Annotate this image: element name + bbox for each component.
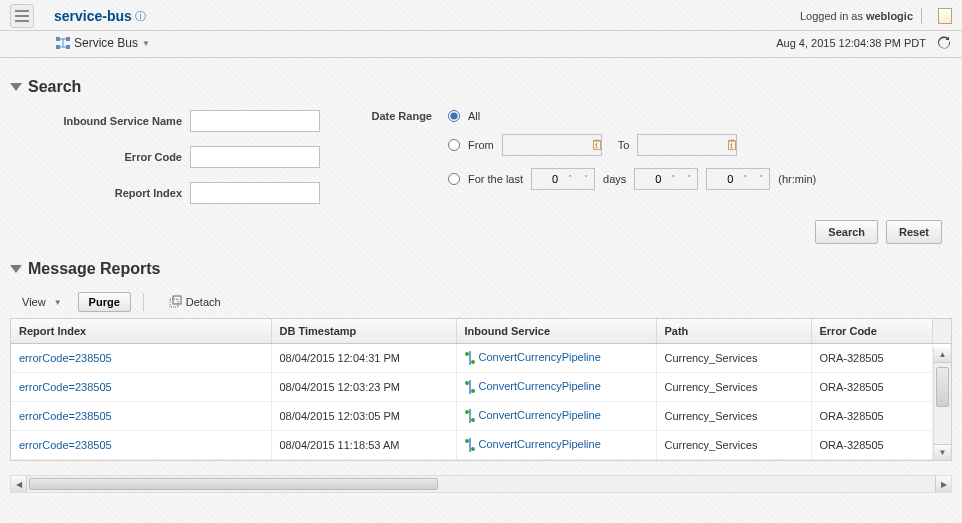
cell-error-code: ORA-328505 [811, 344, 933, 373]
pipeline-icon [465, 351, 475, 365]
table-row[interactable]: errorCode=23850508/04/2015 12:04:31 PMCo… [11, 344, 951, 373]
refresh-icon[interactable] [936, 35, 952, 51]
table-row[interactable]: errorCode=23850508/04/2015 12:03:23 PMCo… [11, 373, 951, 402]
chevron-down-icon[interactable]: ˅ [578, 174, 594, 184]
chevron-down-icon[interactable]: ˅ [753, 174, 769, 184]
table-row[interactable]: errorCode=23850508/04/2015 12:03:05 PMCo… [11, 402, 951, 431]
cell-path: Currency_Services [656, 431, 811, 460]
col-spacer [933, 319, 951, 344]
col-db-timestamp[interactable]: DB Timestamp [271, 319, 456, 344]
document-icon[interactable] [938, 8, 952, 24]
chevron-up-icon[interactable]: ˄ [737, 174, 753, 184]
scroll-up-icon[interactable]: ▲ [934, 347, 951, 363]
cell-db-timestamp: 08/04/2015 12:03:23 PM [271, 373, 456, 402]
scroll-down-icon[interactable]: ▼ [934, 444, 951, 460]
logged-in-label: Logged in as [800, 10, 863, 22]
svg-point-9 [465, 352, 469, 356]
scroll-left-icon[interactable]: ◀ [11, 476, 27, 492]
breadcrumb[interactable]: Service Bus [74, 36, 138, 50]
inbound-service-name-input[interactable] [190, 110, 320, 132]
col-error-code[interactable]: Error Code [811, 319, 933, 344]
label-error-code: Error Code [40, 151, 190, 163]
report-index-link[interactable]: errorCode=238505 [19, 410, 112, 422]
label-hrmin: (hr:min) [778, 173, 816, 185]
days-input[interactable] [532, 173, 562, 185]
cell-path: Currency_Services [656, 402, 811, 431]
col-path[interactable]: Path [656, 319, 811, 344]
svg-point-17 [471, 418, 475, 422]
reports-table-container: Report Index DB Timestamp Inbound Servic… [10, 318, 952, 461]
search-button[interactable]: Search [815, 220, 878, 244]
collapse-icon[interactable] [10, 83, 22, 91]
min-input[interactable] [707, 173, 737, 185]
radio-for-the-last[interactable] [448, 173, 460, 185]
pipeline-icon [465, 409, 475, 423]
inbound-service-link[interactable]: ConvertCurrencyPipeline [479, 380, 601, 392]
svg-point-11 [471, 360, 475, 364]
reports-title: Message Reports [28, 260, 161, 278]
scrollbar-thumb[interactable] [936, 367, 949, 407]
search-form: Inbound Service Name Error Code Report I… [10, 104, 952, 214]
horizontal-scrollbar[interactable]: ◀ ▶ [10, 475, 952, 493]
search-button-row: Search Reset [10, 214, 952, 250]
svg-rect-13 [469, 380, 471, 394]
inbound-service-link[interactable]: ConvertCurrencyPipeline [479, 351, 601, 363]
breadcrumb-bar: Service Bus ▼ Aug 4, 2015 12:04:38 PM PD… [0, 30, 962, 58]
chevron-down-icon: ▼ [54, 298, 62, 307]
svg-rect-8 [173, 296, 181, 304]
detach-button[interactable]: Detach [168, 295, 221, 309]
detach-icon [168, 295, 182, 309]
svg-rect-10 [469, 351, 471, 365]
label-all: All [468, 110, 480, 122]
chevron-up-icon[interactable]: ˄ [665, 174, 681, 184]
vertical-scrollbar[interactable]: ▲ ▼ [933, 347, 951, 460]
radio-from[interactable] [448, 139, 460, 151]
label-days: days [603, 173, 626, 185]
col-inbound-service[interactable]: Inbound Service [456, 319, 656, 344]
svg-rect-16 [469, 409, 471, 423]
reports-table: Report Index DB Timestamp Inbound Servic… [11, 319, 951, 460]
scrollbar-thumb[interactable] [29, 478, 438, 490]
radio-all[interactable] [448, 110, 460, 122]
svg-point-20 [471, 447, 475, 451]
chevron-down-icon[interactable]: ˅ [681, 174, 697, 184]
svg-rect-7 [170, 299, 178, 307]
report-index-link[interactable]: errorCode=238505 [19, 381, 112, 393]
divider [143, 293, 144, 311]
collapse-icon[interactable] [10, 265, 22, 273]
cell-db-timestamp: 08/04/2015 12:03:05 PM [271, 402, 456, 431]
service-bus-icon [56, 37, 70, 49]
detach-label: Detach [186, 296, 221, 308]
page-title: service-bus [54, 8, 132, 24]
info-icon[interactable]: ⓘ [135, 9, 146, 24]
col-report-index[interactable]: Report Index [11, 319, 271, 344]
report-index-link[interactable]: errorCode=238505 [19, 439, 112, 451]
view-menu[interactable]: View ▼ [14, 293, 70, 311]
svg-point-18 [465, 439, 469, 443]
error-code-input[interactable] [190, 146, 320, 168]
cell-path: Currency_Services [656, 373, 811, 402]
label-from: From [468, 139, 494, 151]
purge-button[interactable]: Purge [78, 292, 131, 312]
from-date-input[interactable] [502, 134, 602, 156]
page-timestamp: Aug 4, 2015 12:04:38 PM PDT [776, 37, 926, 49]
inbound-service-link[interactable]: ConvertCurrencyPipeline [479, 438, 601, 450]
logged-in-user: weblogic [866, 10, 913, 22]
min-stepper[interactable]: ˄˅ [706, 168, 770, 190]
header-bar: service-bus ⓘ Logged in as weblogic [0, 0, 962, 30]
hamburger-menu-icon[interactable] [10, 4, 34, 28]
scroll-right-icon[interactable]: ▶ [935, 476, 951, 492]
breadcrumb-dropdown-icon[interactable]: ▼ [142, 39, 150, 48]
reset-button[interactable]: Reset [886, 220, 942, 244]
table-row[interactable]: errorCode=23850508/04/2015 11:18:53 AMCo… [11, 431, 951, 460]
report-index-input[interactable] [190, 182, 320, 204]
hr-stepper[interactable]: ˄˅ [634, 168, 698, 190]
hr-input[interactable] [635, 173, 665, 185]
days-stepper[interactable]: ˄˅ [531, 168, 595, 190]
report-index-link[interactable]: errorCode=238505 [19, 352, 112, 364]
inbound-service-link[interactable]: ConvertCurrencyPipeline [479, 409, 601, 421]
to-date-input[interactable] [637, 134, 737, 156]
svg-point-14 [471, 389, 475, 393]
chevron-up-icon[interactable]: ˄ [562, 174, 578, 184]
svg-point-12 [465, 381, 469, 385]
